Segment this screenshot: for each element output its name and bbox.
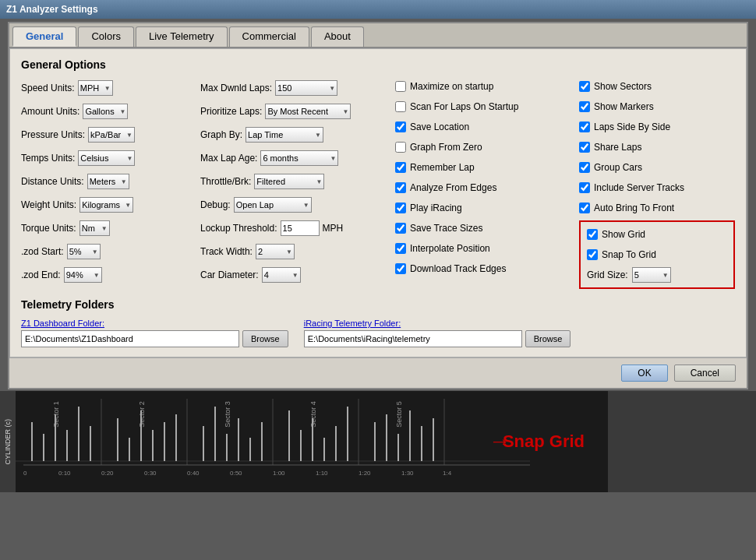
iracing-browse-button[interactable]: Browse <box>525 330 571 347</box>
svg-rect-39 <box>421 426 422 461</box>
tab-content: General Options Speed Units: MPHkm/h Amo… <box>9 48 747 357</box>
lockup-threshold-input[interactable] <box>281 220 320 236</box>
interpolate-position-checkbox[interactable] <box>395 243 406 254</box>
grid-size-select[interactable]: 5123410 <box>632 267 671 283</box>
car-diameter-label: Car Diameter: <box>200 269 259 280</box>
download-track-edges-checkbox[interactable] <box>395 263 406 274</box>
remember-lap-checkbox[interactable] <box>395 162 406 173</box>
laps-side-by-side-checkbox[interactable] <box>579 122 590 132</box>
snap-to-grid-label: Snap To Grid <box>602 249 656 260</box>
zod-start-select[interactable]: 5%10%0% <box>67 244 101 259</box>
zod-end-wrapper[interactable]: 94%90%100% <box>64 267 102 283</box>
throttle-brk-select[interactable]: FilteredRaw <box>254 174 324 189</box>
svg-rect-37 <box>397 434 399 461</box>
z1-folder-input[interactable] <box>21 330 239 347</box>
zod-end-select[interactable]: 94%90%100% <box>64 267 102 283</box>
group-cars-checkbox[interactable] <box>579 162 590 173</box>
svg-rect-21 <box>164 422 165 461</box>
scan-laps-row: Scan For Laps On Startup <box>395 99 571 114</box>
max-dwnld-laps-select[interactable]: 15050100200 <box>275 80 337 96</box>
throttle-brk-wrapper[interactable]: FilteredRaw <box>254 174 324 189</box>
debug-row: Debug: Open LapNone <box>200 195 387 214</box>
max-lap-age-select[interactable]: 6 months3 months1 yearAll <box>260 150 338 166</box>
include-server-tracks-checkbox[interactable] <box>579 182 590 193</box>
grid-size-wrapper[interactable]: 5123410 <box>632 267 671 283</box>
z1-folder-group: Z1 Dashboard Folder: Browse <box>21 319 288 347</box>
prioritize-laps-wrapper[interactable]: By Most RecentBy Lap Time <box>265 104 351 119</box>
torque-units-select[interactable]: Nmft-lb <box>79 220 110 236</box>
snap-grid-label: Snap Grid <box>503 431 585 452</box>
car-diameter-wrapper[interactable]: 4235 <box>262 267 301 283</box>
show-markers-checkbox[interactable] <box>579 101 590 112</box>
torque-units-row: Torque Units: Nmft-lb <box>21 219 193 238</box>
snap-to-grid-checkbox[interactable] <box>587 249 598 260</box>
svg-rect-40 <box>433 418 434 461</box>
save-location-checkbox[interactable] <box>395 122 406 132</box>
show-grid-checkbox[interactable] <box>587 229 598 240</box>
weight-units-row: Weight Units: KilogramsPounds <box>21 195 193 214</box>
distance-units-label: Distance Units: <box>21 176 84 187</box>
tab-about[interactable]: About <box>311 26 364 47</box>
auto-bring-to-front-checkbox[interactable] <box>579 203 590 213</box>
track-width-select[interactable]: 2134 <box>256 244 295 259</box>
svg-text:1:4: 1:4 <box>443 470 452 477</box>
weight-units-select[interactable]: KilogramsPounds <box>79 197 133 213</box>
prioritize-laps-select[interactable]: By Most RecentBy Lap Time <box>265 104 351 119</box>
graph-by-wrapper[interactable]: Lap TimeDistance <box>246 127 323 143</box>
svg-text:0:10: 0:10 <box>58 470 71 477</box>
lockup-threshold-label: Lockup Threshold: <box>200 223 277 234</box>
weight-units-wrapper[interactable]: KilogramsPounds <box>79 197 133 213</box>
pressure-units-wrapper[interactable]: kPa/BarPSI <box>88 127 135 143</box>
maximize-startup-checkbox[interactable] <box>395 81 406 92</box>
include-server-tracks-label: Include Server Tracks <box>594 182 684 193</box>
z1-folder-label: Z1 Dashboard Folder: <box>21 319 288 328</box>
svg-text:0: 0 <box>23 470 27 477</box>
interpolate-position-label: Interpolate Position <box>410 243 490 254</box>
graph-from-zero-checkbox[interactable] <box>395 142 406 153</box>
speed-units-select[interactable]: MPHkm/h <box>78 80 113 96</box>
title-bar: Z1 Analyzer Settings <box>0 0 756 19</box>
tab-commercial[interactable]: Commercial <box>229 26 309 47</box>
graph-by-select[interactable]: Lap TimeDistance <box>246 127 323 143</box>
car-diameter-select[interactable]: 4235 <box>262 267 301 283</box>
svg-rect-35 <box>374 422 376 461</box>
share-laps-checkbox[interactable] <box>579 142 590 153</box>
temps-units-wrapper[interactable]: CelsiusFahrenheit <box>78 150 135 166</box>
cancel-button[interactable]: Cancel <box>674 365 736 382</box>
zod-start-row: .zod Start: 5%10%0% <box>21 242 193 261</box>
torque-units-wrapper[interactable]: Nmft-lb <box>79 220 110 236</box>
show-sectors-checkbox[interactable] <box>579 81 590 92</box>
ok-button[interactable]: OK <box>621 365 667 382</box>
settings-dialog: General Colors Live Telemetry Commercial… <box>8 22 748 389</box>
debug-select[interactable]: Open LapNone <box>234 197 312 213</box>
graph-from-zero-label: Graph From Zero <box>410 142 482 153</box>
distance-units-select[interactable]: MetersFeet <box>87 174 129 189</box>
iracing-folder-input[interactable] <box>304 330 522 347</box>
distance-units-wrapper[interactable]: MetersFeet <box>87 174 129 189</box>
debug-wrapper[interactable]: Open LapNone <box>234 197 312 213</box>
pressure-units-select[interactable]: kPa/BarPSI <box>88 127 135 143</box>
amount-units-wrapper[interactable]: GallonsLiters <box>83 104 128 119</box>
amount-units-label: Amount Units: <box>21 106 79 117</box>
download-track-edges-row: Download Track Edges <box>395 261 571 276</box>
speed-units-wrapper[interactable]: MPHkm/h <box>78 80 113 96</box>
save-trace-sizes-checkbox[interactable] <box>395 223 406 234</box>
zod-start-wrapper[interactable]: 5%10%0% <box>67 244 101 259</box>
analyze-from-edges-checkbox[interactable] <box>395 182 406 193</box>
download-track-edges-label: Download Track Edges <box>410 263 506 274</box>
tab-colors[interactable]: Colors <box>78 26 134 47</box>
analyze-from-edges-row: Analyze From Edges <box>395 180 571 195</box>
z1-browse-button[interactable]: Browse <box>242 330 288 347</box>
track-width-wrapper[interactable]: 2134 <box>256 244 295 259</box>
tab-live-telemetry[interactable]: Live Telemetry <box>136 26 228 47</box>
play-iracing-checkbox[interactable] <box>395 203 406 213</box>
temps-units-select[interactable]: CelsiusFahrenheit <box>78 150 135 166</box>
grid-highlight-box: Show Grid Snap To Grid Grid Size: 512341… <box>579 220 735 289</box>
max-lap-age-wrapper[interactable]: 6 months3 months1 yearAll <box>260 150 338 166</box>
amount-units-select[interactable]: GallonsLiters <box>83 104 128 119</box>
tab-general[interactable]: General <box>12 26 76 47</box>
lockup-threshold-unit: MPH <box>323 223 344 234</box>
max-dwnld-laps-wrapper[interactable]: 15050100200 <box>275 80 337 96</box>
scan-laps-checkbox[interactable] <box>395 101 406 112</box>
save-trace-sizes-row: Save Trace Sizes <box>395 220 571 236</box>
